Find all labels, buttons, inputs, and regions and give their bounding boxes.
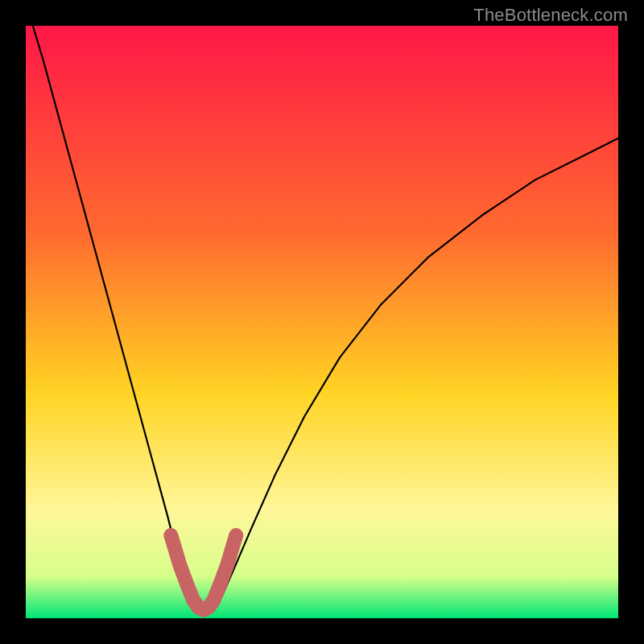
bottleneck-chart <box>26 26 618 618</box>
plot-area <box>26 26 618 618</box>
chart-frame: TheBottleneck.com <box>0 0 644 644</box>
watermark-text: TheBottleneck.com <box>473 5 628 26</box>
